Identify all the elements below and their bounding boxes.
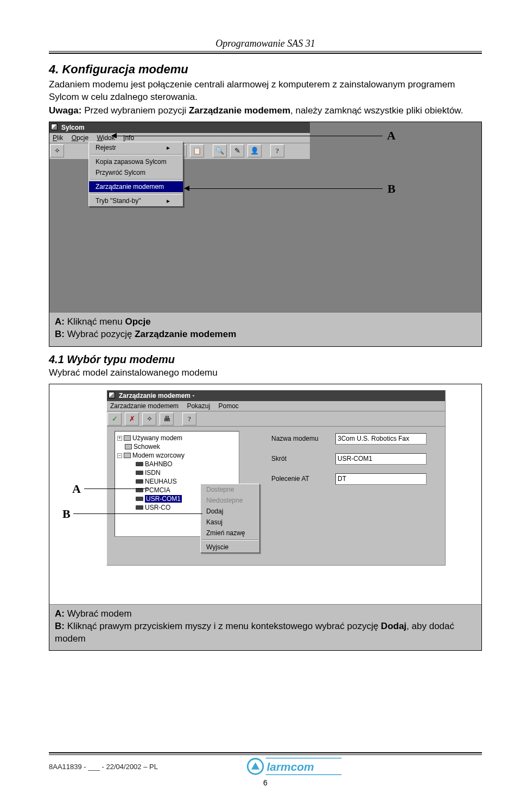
heading-section-4: 4. Konfiguracja modemu	[49, 62, 482, 77]
page-footer: 8AA11839 - ___ - 22/04/2002 – PL larmcom…	[49, 752, 482, 787]
context-menu: Dostepne Niedostepne Dodaj Kasuj Zmień n…	[200, 484, 260, 553]
window-titlebar: Sylcom	[49, 122, 310, 133]
toolbar-button[interactable]: ✧	[50, 144, 64, 157]
ctx-dodaj[interactable]: Dodaj	[201, 506, 259, 517]
user-icon[interactable]: 👤	[247, 144, 262, 157]
menu-item-przywroc[interactable]: Przywróć Sylcom	[89, 167, 183, 178]
callout-label-a2: A	[72, 482, 81, 496]
opcje-dropdown: Rejestr▸ Kopia zapasowa Sylcom Przywróć …	[88, 142, 183, 207]
input-polecenie-at[interactable]	[335, 473, 427, 485]
app-icon	[51, 124, 58, 130]
ctx-zmien-nazwe[interactable]: Zmień nazwę	[201, 528, 259, 538]
cancel-icon[interactable]: ✗	[125, 413, 139, 426]
screenshot-frame-1: Sylcom PPliklik Opcje Widok Info ✧ ⎘ 📋 🔍…	[49, 122, 482, 347]
find-icon[interactable]: 🔍	[213, 144, 227, 157]
svg-text:larmcom: larmcom	[267, 760, 314, 773]
app-icon	[109, 392, 115, 398]
callout-label-a: A	[387, 129, 396, 143]
input-skrot[interactable]	[335, 453, 427, 465]
menu-zarzadzanie[interactable]: Zarzadzanie modemem	[110, 402, 179, 410]
menu-plik[interactable]: PPliklik	[53, 134, 63, 142]
callout-line-a2	[84, 489, 148, 489]
menu-item-zarzadzanie-modemem[interactable]: Zarządzanie modemem	[89, 181, 183, 192]
menu-item-kopia[interactable]: Kopia zapasowa Sylcom	[89, 156, 183, 167]
ctx-wyjscie[interactable]: Wyjscie	[201, 542, 259, 553]
caption-box-1: A: Kliknąć menu Opcje B: Wybrać pozycję …	[49, 312, 481, 346]
help-icon[interactable]: ?	[182, 413, 196, 426]
page-number: 6	[49, 778, 482, 787]
callout-line-b2	[73, 513, 202, 514]
callout-line-b	[189, 188, 383, 189]
intro-paragraph: Zadaniem modemu jest połączenie centrali…	[49, 79, 482, 104]
add-icon[interactable]: ✧	[142, 413, 156, 426]
heading-subsection-41: 4.1 Wybór typu modemu	[49, 353, 482, 366]
ctx-dostepne: Dostepne	[201, 484, 259, 495]
print-icon[interactable]: 🖶	[160, 413, 174, 426]
sub-paragraph: Wybrać model zainstalowanego modemu	[49, 367, 482, 379]
toolbar-2: ✓ ✗ ✧ 🖶 ?	[107, 411, 445, 427]
paste-icon[interactable]: 📋	[190, 144, 204, 157]
label-skrot: Skrót	[271, 455, 335, 462]
label-nazwa: Nazwa modemu	[271, 435, 335, 442]
menubar-2: Zarzadzanie modemem Pokazuj Pomoc	[107, 401, 445, 411]
intro-warning: Uwaga: Przed wybraniem pozycji Zarządzan…	[49, 105, 482, 117]
menu-pomoc[interactable]: Pomoc	[218, 402, 238, 410]
screenshot-frame-2: Zarządzanie modemem - Zarzadzanie modeme…	[49, 384, 482, 651]
page-header-title: Oprogramowanie SAS 31	[49, 38, 482, 49]
help-icon[interactable]: ?	[270, 144, 284, 157]
alarmcom-logo: larmcom	[241, 756, 344, 777]
label-polecenie-at: Polecenie AT	[271, 475, 335, 483]
menu-item-standby[interactable]: Tryb "Stand-by"▸	[89, 195, 183, 206]
arrow-icon	[111, 133, 117, 138]
window-titlebar-2: Zarządzanie modemem -	[107, 390, 445, 401]
caption-box-2: A: Wybrać modem B: Kliknąć prawym przyci…	[49, 604, 481, 651]
tool-icon[interactable]: ✎	[230, 144, 244, 157]
input-nazwa-modemu[interactable]	[335, 433, 427, 445]
tree-item-selected[interactable]: USR-COM1	[145, 495, 182, 503]
footer-doc-id: 8AA11839 - ___ - 22/04/2002 – PL	[49, 763, 158, 771]
menu-pokazuj[interactable]: Pokazuj	[187, 402, 210, 410]
ctx-niedostepne: Niedostepne	[201, 495, 259, 506]
arrow-icon	[184, 186, 189, 191]
callout-line-a	[117, 136, 383, 136]
ctx-kasuj[interactable]: Kasuj	[201, 517, 259, 528]
menu-item-rejestr[interactable]: Rejestr▸	[89, 142, 183, 153]
menu-opcje[interactable]: Opcje	[72, 134, 88, 142]
callout-label-b2: B	[62, 507, 71, 521]
callout-label-b: B	[387, 182, 396, 196]
accept-icon[interactable]: ✓	[107, 413, 122, 426]
modem-form: Nazwa modemu Skrót Polecenie AT	[271, 433, 434, 493]
